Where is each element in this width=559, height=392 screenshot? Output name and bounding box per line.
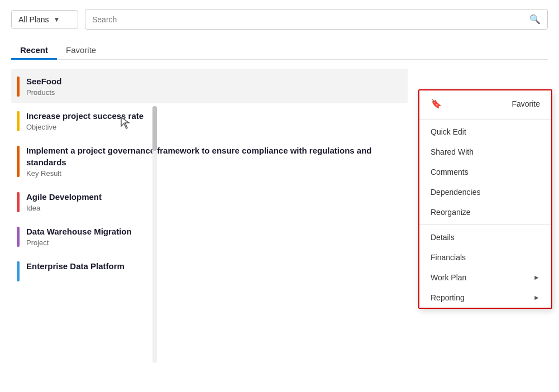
search-input[interactable] [92,15,529,24]
search-bar: 🔍 [85,9,548,30]
color-indicator [17,111,20,131]
list-item[interactable]: Agile Development Idea [11,184,408,219]
details-label: Details [431,233,455,242]
context-menu-item-comments[interactable]: Comments [419,162,551,182]
context-menu-item-work-plan[interactable]: Work Plan ► [419,267,551,288]
financials-label: Financials [431,253,466,262]
quick-edit-label: Quick Edit [431,127,466,136]
plan-info: Enterprise Data Platform [26,260,125,273]
plan-type: Products [26,88,61,97]
list-item[interactable]: Enterprise Data Platform [11,254,408,288]
list-item[interactable]: Data Warehouse Migration Project [11,219,408,254]
color-indicator [17,261,20,281]
tabs-container: Recent Favorite [11,41,548,60]
work-plan-label: Work Plan [431,273,466,282]
shared-with-label: Shared With [431,147,474,156]
list-item[interactable]: Implement a project governance framework… [11,138,408,184]
reorganize-label: Reorganize [431,208,471,217]
plan-info: Agile Development Idea [26,191,102,212]
dropdown-label: All Plans [18,15,49,24]
plan-list: SeeFood Products Increase project succes… [11,69,408,288]
main-container: All Plans ▼ 🔍 Recent Favorite SeeFood Pr… [0,0,559,297]
plan-type: Objective [26,123,144,131]
plan-type: Key Result [26,169,402,178]
plan-info: Increase project success rate Objective [26,110,144,131]
color-indicator [17,146,20,177]
chevron-right-icon-2: ► [533,294,540,302]
plan-type: Idea [26,204,102,212]
plan-info: Implement a project governance framework… [26,145,402,178]
context-menu-item-favorite[interactable]: 🔖 Favorite [419,90,551,117]
plan-name: Increase project success rate [26,110,144,122]
plan-type: Project [26,238,132,247]
context-menu-item-reporting[interactable]: Reporting ► [419,288,551,308]
search-icon: 🔍 [529,14,541,25]
scrollbar-thumb[interactable] [152,106,157,151]
plan-name: SeeFood [26,75,61,87]
top-bar: All Plans ▼ 🔍 [11,9,548,30]
chevron-right-icon: ► [533,274,540,281]
color-indicator [17,227,20,247]
dependencies-label: Dependencies [431,188,481,197]
menu-divider [419,119,551,119]
all-plans-dropdown[interactable]: All Plans ▼ [11,10,78,29]
scrollbar-track[interactable] [152,106,157,363]
bookmark-icon: 🔖 [431,98,442,109]
plan-info: Data Warehouse Migration Project [26,226,132,247]
color-indicator [17,192,20,212]
plan-name: Implement a project governance framework… [26,145,402,168]
chevron-down-icon: ▼ [53,16,60,23]
context-menu: 🔖 Favorite Quick Edit Shared With Commen… [418,89,552,309]
tab-recent[interactable]: Recent [11,41,57,59]
context-menu-item-reorganize[interactable]: Reorganize [419,202,551,222]
context-menu-item-financials[interactable]: Financials [419,247,551,267]
context-menu-item-details[interactable]: Details [419,227,551,247]
favorite-label: Favorite [512,99,540,108]
list-item[interactable]: Increase project success rate Objective [11,103,408,138]
color-indicator [17,77,20,97]
list-item[interactable]: SeeFood Products [11,69,408,103]
tab-favorite[interactable]: Favorite [57,41,105,59]
comments-label: Comments [431,168,469,176]
plan-name: Data Warehouse Migration [26,226,132,237]
menu-divider-2 [419,224,551,225]
reporting-label: Reporting [431,293,465,302]
context-menu-item-shared-with[interactable]: Shared With [419,142,551,162]
plan-name: Enterprise Data Platform [26,260,125,272]
plan-info: SeeFood Products [26,75,61,97]
context-menu-item-quick-edit[interactable]: Quick Edit [419,122,551,142]
plan-name: Agile Development [26,191,102,203]
context-menu-item-dependencies[interactable]: Dependencies [419,182,551,202]
